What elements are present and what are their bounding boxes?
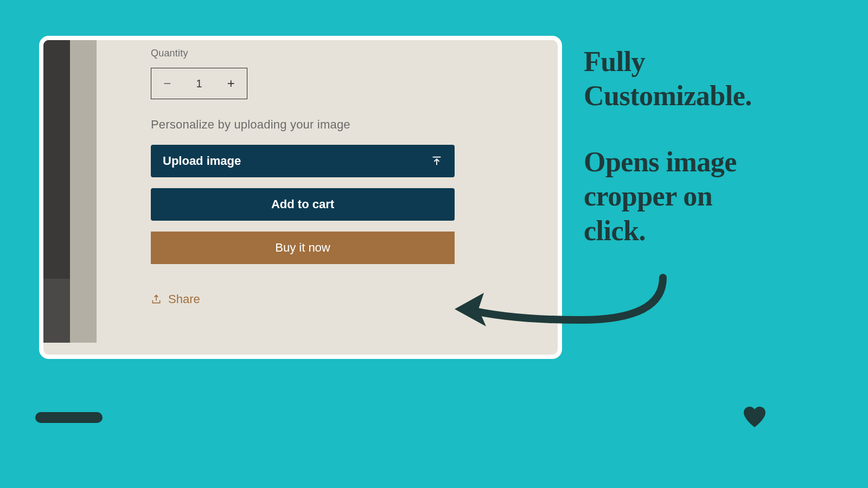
upload-image-button[interactable]: Upload image [151,145,455,177]
share-button[interactable]: Share [151,292,200,306]
share-icon [151,294,162,305]
quantity-stepper[interactable]: − 1 + [151,68,247,99]
annotation-text: Fully Customizable. Opens image cropper … [584,44,833,248]
plus-icon: + [227,76,235,91]
quantity-increment-button[interactable]: + [215,68,247,99]
product-form-card: Quantity − 1 + Personalize by uploading … [39,36,562,359]
buy-it-now-label: Buy it now [275,241,330,255]
buy-it-now-button[interactable]: Buy it now [151,232,455,264]
annotation-line-3: Opens image [584,145,833,179]
annotation-line-4: cropper on [584,179,833,213]
share-label: Share [168,292,200,306]
upload-icon [431,155,443,167]
annotation-line-5: click. [584,214,833,248]
product-form: Quantity − 1 + Personalize by uploading … [97,40,558,355]
decorative-pill-icon [35,412,103,423]
heart-icon [741,404,768,428]
add-to-cart-button[interactable]: Add to cart [151,188,455,221]
product-image-sliver [43,40,97,343]
personalize-label: Personalize by uploading your image [151,118,487,132]
minus-icon: − [163,76,171,91]
quantity-value: 1 [183,78,215,90]
upload-image-label: Upload image [163,154,241,168]
add-to-cart-label: Add to cart [271,197,334,211]
quantity-label: Quantity [151,48,487,59]
annotation-line-2: Customizable. [584,79,833,113]
quantity-decrement-button[interactable]: − [151,68,183,99]
annotation-line-1: Fully [584,44,833,79]
